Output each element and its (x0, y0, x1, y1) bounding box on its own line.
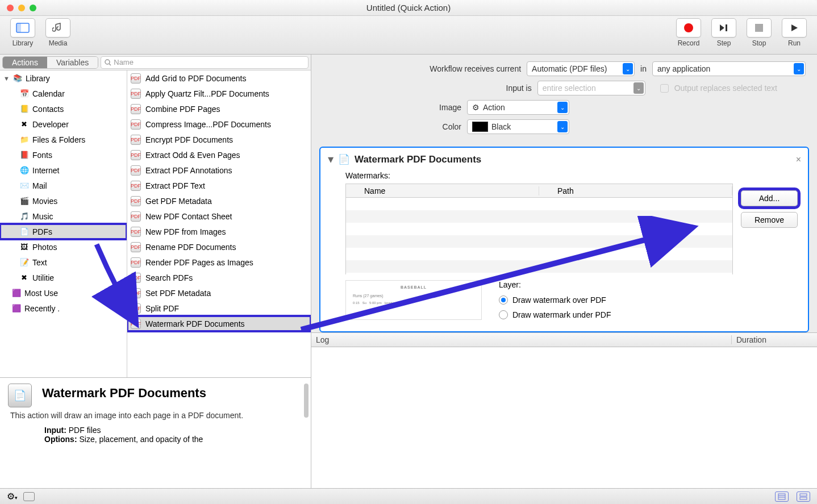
pdf-action-icon: PDF (131, 104, 141, 114)
toolbar-step-button[interactable]: Step (708, 18, 740, 54)
category-list[interactable]: ▼📚Library📅Calendar📒Contacts✖︎Developer📁F… (0, 70, 127, 377)
watermarks-table[interactable]: Name Path (345, 184, 733, 274)
toolbar: Library Media Record Step Stop Run (0, 16, 817, 55)
info-input-label: Input: (44, 426, 66, 435)
svg-line-3 (109, 64, 111, 65)
pdf-action-icon: PDF (131, 150, 141, 160)
pdf-action-icon: 📄 (8, 384, 32, 407)
info-options-label: Options: (44, 435, 77, 444)
log-header: Log Duration (311, 332, 817, 347)
add-button[interactable]: Add... (741, 190, 798, 206)
run-icon (782, 18, 807, 38)
column-path[interactable]: Path (539, 186, 732, 195)
action-list[interactable]: PDFAdd Grid to PDF DocumentsPDFApply Qua… (127, 70, 311, 377)
toolbar-record-button[interactable]: Record (673, 18, 705, 54)
sidebar-item-internet[interactable]: 🌐Internet (0, 163, 127, 178)
dropdown-arrow-icon: ⌄ (557, 121, 568, 132)
flow-view-icon[interactable] (797, 491, 810, 502)
search-input[interactable]: Name (101, 56, 309, 69)
color-dropdown[interactable]: Black ⌄ (467, 119, 569, 134)
gear-menu-icon[interactable]: ⚙︎▾ (7, 491, 18, 502)
sidebar-item-mail[interactable]: ✉️Mail (0, 178, 127, 193)
action-item[interactable]: PDFExtract PDF Text (127, 178, 311, 193)
pdf-action-icon: PDF (131, 165, 141, 176)
tab-actions[interactable]: Actions (3, 57, 47, 68)
action-item[interactable]: PDFApply Quartz Filt...PDF Documents (127, 86, 311, 101)
dropdown-arrow-icon: ⌄ (633, 82, 644, 94)
action-item[interactable]: PDFSplit PDF (127, 301, 311, 316)
stop-icon (747, 18, 772, 38)
log-column[interactable]: Log (311, 335, 732, 344)
sidebar-item-movies[interactable]: 🎬Movies (0, 193, 127, 209)
sidebar-item-calendar[interactable]: 📅Calendar (0, 86, 127, 101)
svg-rect-8 (800, 497, 807, 499)
in-dropdown[interactable]: any application⌄ (652, 61, 806, 76)
pdf-action-icon: PDF (131, 135, 141, 145)
maximize-icon[interactable] (30, 5, 36, 11)
column-name[interactable]: Name (346, 186, 539, 195)
sidebar-item-files-folders[interactable]: 📁Files & Folders (0, 132, 127, 147)
library-tabs-row: Actions Variables Name (0, 55, 311, 70)
action-item[interactable]: PDFSet PDF Metadata (127, 285, 311, 301)
tab-variables[interactable]: Variables (47, 57, 98, 68)
action-item[interactable]: PDFExtract Odd & Even Pages (127, 147, 311, 163)
toolbar-stop-button[interactable]: Stop (743, 18, 775, 54)
layer-over-radio[interactable]: Draw watermark over PDF (499, 293, 611, 307)
sidebar-item-music[interactable]: 🎵Music (0, 209, 127, 224)
action-item[interactable]: PDFCombine PDF Pages (127, 101, 311, 116)
scroll-indicator[interactable] (304, 384, 309, 418)
layer-under-radio[interactable]: Draw watermark under PDF (499, 307, 611, 322)
input-is-dropdown: entire selection⌄ (537, 81, 645, 95)
toolbar-run-button[interactable]: Run (778, 18, 810, 54)
card-title: Watermark PDF Documents (355, 154, 481, 165)
action-item[interactable]: PDFNew PDF from Images (127, 224, 311, 239)
info-title: Watermark PDF Documents (42, 386, 301, 401)
sidebar-item-contacts[interactable]: 📒Contacts (0, 101, 127, 116)
library-root[interactable]: ▼📚Library (0, 70, 127, 86)
action-item[interactable]: PDFNew PDF Contact Sheet (127, 209, 311, 224)
sidebar-item-fonts[interactable]: 📕Fonts (0, 147, 127, 163)
category-icon: 🌐 (19, 165, 29, 175)
minimize-icon[interactable] (18, 5, 25, 11)
category-icon: 🎬 (19, 196, 29, 206)
table-body[interactable] (346, 198, 732, 274)
receives-dropdown[interactable]: Automatic (PDF files)⌄ (527, 61, 635, 76)
close-icon[interactable] (7, 5, 14, 11)
toolbar-media-button[interactable]: Media (42, 18, 74, 54)
category-icon: 📄 (19, 227, 29, 236)
sidebar-item-utilitie[interactable]: ✖︎Utilitie (0, 270, 127, 285)
watermarks-label: Watermarks: (345, 171, 798, 180)
list-view-icon[interactable] (775, 491, 789, 502)
category-icon: 📁 (19, 135, 29, 144)
action-item[interactable]: PDFWatermark PDF Documents (127, 316, 311, 331)
action-item[interactable]: PDFExtract PDF Annotations (127, 163, 311, 178)
remove-button[interactable]: Remove (741, 212, 798, 228)
image-dropdown[interactable]: ⚙︎Action ⌄ (467, 100, 569, 115)
duration-column[interactable]: Duration (732, 335, 817, 344)
sidebar-item-recently-[interactable]: 🟪Recently . (0, 301, 127, 316)
sidebar-item-most-use[interactable]: 🟪Most Use (0, 285, 127, 301)
svg-rect-4 (778, 494, 785, 499)
action-item[interactable]: PDFRename PDF Documents (127, 239, 311, 255)
category-icon: 🖼 (19, 242, 29, 252)
action-item[interactable]: PDFSearch PDFs (127, 270, 311, 285)
svg-rect-1 (16, 23, 21, 32)
dropdown-arrow-icon: ⌄ (557, 102, 568, 113)
sidebar-item-text[interactable]: 📝Text (0, 255, 127, 270)
radio-icon (499, 310, 508, 319)
sidebar-item-pdfs[interactable]: 📄PDFs (0, 224, 127, 239)
action-item[interactable]: PDFCompress Image...PDF Documents (127, 116, 311, 132)
action-item[interactable]: PDFAdd Grid to PDF Documents (127, 70, 311, 86)
pdf-action-icon: PDF (131, 73, 141, 84)
sidebar-item-photos[interactable]: 🖼Photos (0, 239, 127, 255)
window-title: Untitled (Quick Action) (366, 3, 451, 13)
action-item[interactable]: PDFGet PDF Metadata (127, 193, 311, 209)
card-close-button[interactable]: × (796, 155, 801, 165)
disclosure-triangle-icon[interactable]: ▶ (327, 157, 335, 162)
sidebar-item-developer[interactable]: ✖︎Developer (0, 116, 127, 132)
step-icon (711, 18, 736, 38)
action-item[interactable]: PDFEncrypt PDF Documents (127, 132, 311, 147)
action-item[interactable]: PDFRender PDF Pages as Images (127, 255, 311, 270)
flow-toggle-icon[interactable] (23, 492, 35, 501)
toolbar-library-button[interactable]: Library (7, 18, 39, 54)
